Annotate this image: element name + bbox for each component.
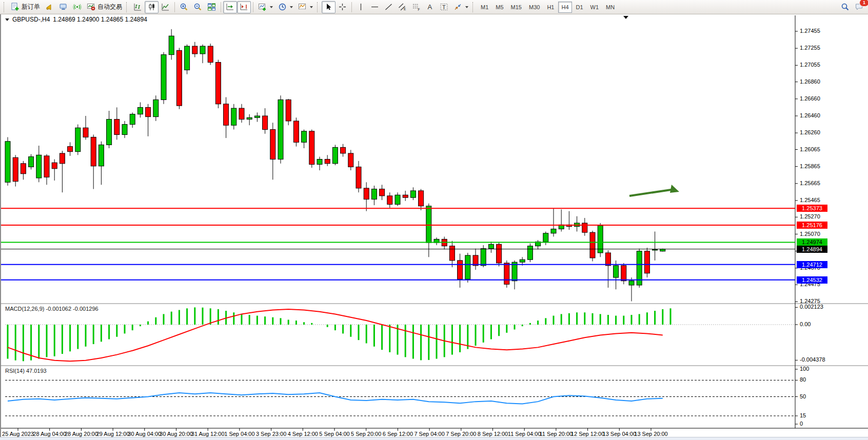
toolbar-grip[interactable] [126, 2, 129, 12]
arrow-annotation[interactable] [629, 190, 671, 196]
candle-body [395, 195, 400, 204]
vertical-line-tool-button[interactable] [354, 1, 368, 13]
candle-body [520, 259, 525, 262]
template-icon [298, 3, 307, 11]
timeframe-group: M1M5M15M30H1H4D1W1MN [477, 2, 618, 13]
periods-button[interactable] [275, 1, 295, 13]
candle-body [263, 116, 268, 130]
indicators-button[interactable] [255, 1, 275, 13]
chart-shift-button[interactable] [237, 1, 251, 13]
candle-body [332, 147, 338, 164]
candle-body [293, 121, 299, 142]
toolbar-separator [253, 2, 253, 12]
horn-icon [45, 3, 54, 11]
arrows-icon [453, 3, 462, 11]
chart-canvas[interactable] [1, 14, 868, 437]
cursor-tool-button[interactable] [322, 1, 336, 13]
fibonacci-tool-button[interactable]: F [409, 1, 423, 13]
chart-title: GBPUSD-,H4 1.24869 1.24900 1.24865 1.248… [5, 16, 147, 23]
text-tool-button[interactable]: A [423, 1, 437, 13]
candlestick-icon [147, 3, 156, 11]
collapse-icon[interactable] [5, 18, 9, 21]
candle-body [83, 128, 88, 137]
timeframe-button-MN[interactable]: MN [603, 2, 618, 13]
candle-body [5, 142, 10, 183]
timeframe-button-M5[interactable]: M5 [492, 2, 506, 13]
signals-button[interactable] [70, 1, 84, 13]
candle-body [309, 131, 314, 165]
candle-body [130, 114, 135, 125]
candle-body [325, 159, 330, 164]
scroll-to-end-icon[interactable] [623, 16, 628, 19]
market-watch-button[interactable] [56, 1, 70, 13]
timeframe-button-H1[interactable]: H1 [544, 2, 557, 13]
zoom-in-button[interactable] [177, 1, 191, 13]
svg-text:T: T [442, 4, 446, 10]
cursor-icon [324, 3, 333, 11]
candle-body [302, 131, 307, 143]
trendline-tool-button[interactable] [382, 1, 396, 13]
arrow-annotation-head[interactable] [670, 185, 679, 193]
candle-body [380, 189, 385, 196]
candle-body [605, 253, 610, 266]
macd-signal-line [8, 309, 663, 361]
candle-body [44, 156, 49, 177]
candlestick-mode-button[interactable] [145, 1, 159, 13]
auto-scroll-button[interactable] [223, 1, 237, 13]
toolbar-grip[interactable] [472, 2, 476, 12]
new-order-button[interactable]: 新订单 [8, 1, 43, 13]
templates-button[interactable] [295, 1, 315, 13]
notification-badge: 1 [859, 0, 868, 7]
auto-trading-icon [87, 3, 95, 11]
crosshair-tool-button[interactable] [336, 1, 349, 13]
candle-body [146, 107, 151, 116]
toolbar-grip[interactable] [317, 2, 320, 12]
candle-body [114, 119, 120, 135]
candle-body [254, 116, 260, 117]
timeframe-button-D1[interactable]: D1 [573, 2, 586, 13]
announcement-button[interactable] [43, 1, 56, 13]
clock-icon [278, 3, 287, 11]
zoom-out-button[interactable] [191, 1, 205, 13]
chart-shift-icon [240, 3, 248, 11]
timeframe-button-M30[interactable]: M30 [526, 2, 543, 13]
auto-scroll-icon [226, 3, 234, 11]
timeframe-button-H4[interactable]: H4 [558, 2, 571, 13]
channel-tool-button[interactable]: E [396, 1, 409, 13]
rsi-line [8, 393, 663, 404]
candle-body [161, 55, 166, 100]
toolbar: 新订单 [0, 0, 868, 14]
candle-body [75, 128, 81, 151]
timeframe-button-W1[interactable]: W1 [587, 2, 602, 13]
tile-windows-icon [207, 3, 216, 11]
timeframe-button-M1[interactable]: M1 [478, 2, 491, 13]
candle-body [29, 157, 34, 167]
vertical-line-icon [357, 3, 365, 11]
chevron-down-icon [465, 6, 468, 8]
line-chart-mode-button[interactable] [159, 1, 172, 13]
candle-body [419, 191, 424, 206]
candle-body [176, 50, 182, 106]
candle-body [497, 244, 502, 263]
candle-body [621, 266, 626, 281]
candle-body [21, 164, 26, 174]
toolbar-grip[interactable] [4, 2, 7, 12]
arrows-tool-button[interactable] [451, 1, 471, 13]
candle-body [317, 159, 322, 165]
candle-body [68, 147, 73, 152]
search-button[interactable] [838, 1, 852, 13]
bar-chart-mode-button[interactable] [131, 1, 145, 13]
candle-body [13, 157, 18, 181]
candle-body [582, 223, 587, 232]
candle-body [504, 263, 509, 284]
text-label-tool-button[interactable]: T [437, 1, 451, 13]
chart-ohlc-values: 1.24869 1.24900 1.24865 1.24894 [53, 16, 147, 23]
candle-body [278, 99, 283, 159]
auto-trading-button[interactable]: 自动交易 [84, 1, 125, 13]
timeframe-button-M15[interactable]: M15 [508, 2, 525, 13]
candle-body [107, 119, 112, 145]
trendline-icon [384, 3, 393, 11]
tile-windows-button[interactable] [205, 1, 219, 13]
candle-body [169, 36, 174, 54]
horizontal-line-tool-button[interactable] [368, 1, 382, 13]
